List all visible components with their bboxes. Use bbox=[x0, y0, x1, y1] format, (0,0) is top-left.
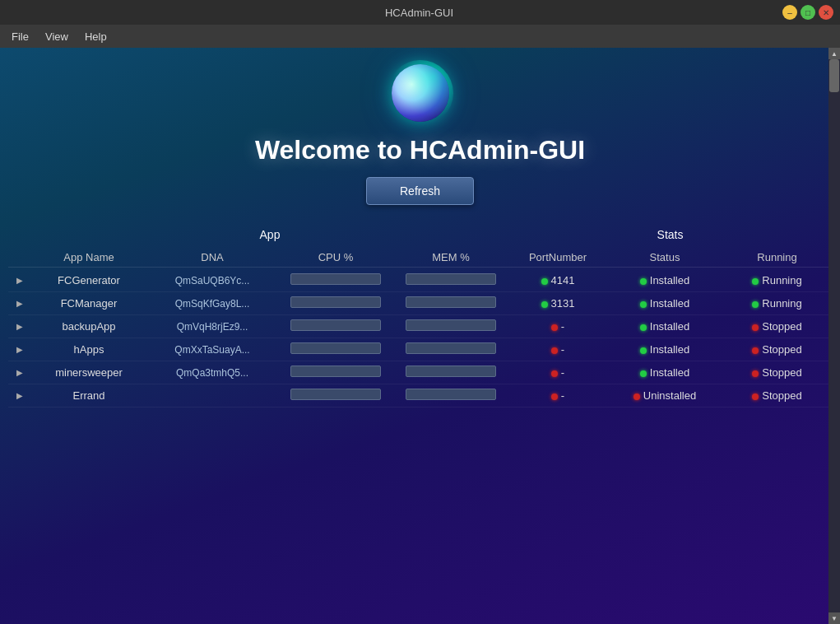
cell-status: Uninstalled bbox=[607, 389, 722, 402]
table-row: ▶ FCGenerator QmSaUQB6Yc... 4141 Install… bbox=[8, 269, 832, 292]
cell-status: Installed bbox=[607, 320, 722, 333]
menu-help[interactable]: Help bbox=[77, 27, 115, 46]
welcome-heading: Welcome to HCAdmin-GUI bbox=[255, 135, 585, 165]
table-row: ▶ FCManager QmSqKfGay8L... 3131 Installe… bbox=[8, 292, 832, 315]
col-mem: MEM % bbox=[393, 251, 508, 263]
cell-mem bbox=[393, 342, 508, 356]
cell-appname: Errand bbox=[31, 389, 146, 402]
table-row: ▶ hApps QmXxTaSuayA... - Installed Stopp… bbox=[8, 338, 832, 361]
table-row: ▶ backupApp QmVqH8rjEz9... - Installed S… bbox=[8, 315, 832, 338]
cell-dna: QmSqKfGay8L... bbox=[146, 298, 278, 310]
cell-dna: QmXxTaSuayA... bbox=[146, 344, 278, 356]
scroll-up-arrow[interactable]: ▲ bbox=[828, 48, 840, 59]
cell-dna: QmQa3tmhQ5... bbox=[146, 367, 278, 379]
app-table: App Stats App Name DNA CPU % MEM % PortN… bbox=[8, 225, 832, 407]
status-dot bbox=[640, 301, 647, 308]
port-dot bbox=[551, 347, 558, 354]
cell-mem bbox=[393, 389, 508, 403]
scrollbar-track[interactable] bbox=[828, 59, 840, 612]
cell-cpu bbox=[278, 296, 393, 310]
title-bar: HCAdmin-GUI – □ ✕ bbox=[0, 0, 840, 25]
close-button[interactable]: ✕ bbox=[819, 5, 833, 20]
port-dot bbox=[551, 370, 558, 377]
expand-arrow[interactable]: ▶ bbox=[8, 299, 31, 308]
col-header-row: App Name DNA CPU % MEM % PortNumber Stat… bbox=[8, 248, 832, 268]
scroll-down-arrow[interactable]: ▼ bbox=[828, 612, 840, 624]
window-title: HCAdmin-GUI bbox=[56, 7, 782, 19]
menu-view[interactable]: View bbox=[37, 27, 77, 46]
status-dot bbox=[640, 370, 647, 377]
col-dna: DNA bbox=[146, 251, 278, 263]
menu-file[interactable]: File bbox=[3, 27, 37, 46]
cell-port: 4141 bbox=[508, 274, 607, 286]
logo-orb bbox=[392, 64, 449, 122]
mem-progress-bar bbox=[406, 342, 496, 354]
scrollbar[interactable]: ▲ ▼ bbox=[828, 48, 840, 624]
cell-running: Running bbox=[722, 274, 832, 286]
col-running: Running bbox=[722, 251, 832, 263]
col-port: PortNumber bbox=[508, 251, 607, 263]
expand-arrow[interactable]: ▶ bbox=[8, 391, 31, 400]
cell-port: - bbox=[508, 389, 607, 402]
minimize-button[interactable]: – bbox=[782, 5, 797, 20]
table-row: ▶ Errand - Uninstalled Stopped bbox=[8, 384, 832, 407]
cell-cpu bbox=[278, 319, 393, 333]
cell-appname: minersweeper bbox=[31, 366, 146, 379]
cell-status: Installed bbox=[607, 297, 722, 310]
status-dot bbox=[633, 393, 640, 400]
expand-arrow[interactable]: ▶ bbox=[8, 322, 31, 331]
window-controls: – □ ✕ bbox=[782, 5, 833, 20]
cpu-progress-bar bbox=[290, 296, 381, 308]
cell-mem bbox=[393, 366, 508, 380]
maximize-button[interactable]: □ bbox=[801, 5, 815, 20]
port-dot bbox=[551, 324, 558, 331]
cpu-progress-bar bbox=[290, 273, 381, 285]
cell-appname: backupApp bbox=[31, 320, 146, 333]
status-dot bbox=[640, 278, 647, 285]
cpu-progress-bar bbox=[290, 366, 381, 377]
expand-arrow[interactable]: ▶ bbox=[8, 276, 31, 285]
cell-appname: hApps bbox=[31, 343, 146, 356]
cpu-progress-bar bbox=[290, 389, 381, 400]
cell-cpu bbox=[278, 366, 393, 380]
mem-progress-bar bbox=[406, 366, 496, 377]
cell-cpu bbox=[278, 273, 393, 287]
expand-arrow[interactable]: ▶ bbox=[8, 368, 31, 377]
scrollbar-thumb[interactable] bbox=[829, 59, 839, 92]
cell-port: - bbox=[508, 320, 607, 333]
cell-cpu bbox=[278, 342, 393, 356]
cell-port: - bbox=[508, 343, 607, 356]
cell-dna: QmSaUQB6Yc... bbox=[146, 275, 278, 286]
expand-arrow[interactable]: ▶ bbox=[8, 345, 31, 354]
running-dot bbox=[752, 393, 759, 400]
refresh-button[interactable]: Refresh bbox=[366, 177, 474, 205]
cell-running: Stopped bbox=[722, 389, 832, 402]
cpu-progress-bar bbox=[290, 319, 381, 331]
status-dot bbox=[640, 347, 647, 354]
port-dot bbox=[541, 301, 548, 308]
mem-progress-bar bbox=[406, 296, 496, 308]
cpu-progress-bar bbox=[290, 342, 381, 354]
table-rows: ▶ FCGenerator QmSaUQB6Yc... 4141 Install… bbox=[8, 269, 832, 407]
running-dot bbox=[752, 370, 759, 377]
mem-progress-bar bbox=[406, 273, 496, 285]
port-dot bbox=[541, 278, 548, 285]
running-dot bbox=[752, 278, 759, 285]
cell-port: - bbox=[508, 366, 607, 379]
running-dot bbox=[752, 324, 759, 331]
mem-progress-bar bbox=[406, 389, 496, 400]
cell-mem bbox=[393, 319, 508, 333]
group-header-stats: Stats bbox=[508, 225, 832, 244]
cell-mem bbox=[393, 273, 508, 287]
cell-status: Installed bbox=[607, 274, 722, 286]
mem-progress-bar bbox=[406, 319, 496, 331]
table-row: ▶ minersweeper QmQa3tmhQ5... - Installed… bbox=[8, 361, 832, 384]
cell-running: Stopped bbox=[722, 366, 832, 379]
running-dot bbox=[752, 347, 759, 354]
cell-status: Installed bbox=[607, 343, 722, 356]
group-header-row: App Stats bbox=[8, 225, 832, 244]
col-cpu: CPU % bbox=[278, 251, 393, 263]
cell-status: Installed bbox=[607, 366, 722, 379]
main-content: Welcome to HCAdmin-GUI Refresh App Stats… bbox=[0, 48, 840, 624]
col-status: Status bbox=[607, 251, 722, 263]
